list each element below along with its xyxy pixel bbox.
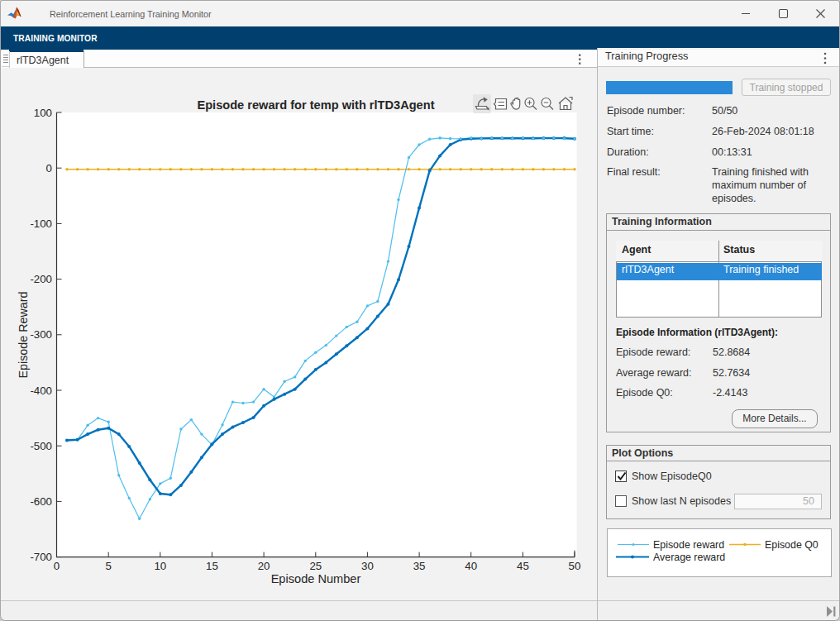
svg-text:35: 35	[413, 560, 426, 572]
svg-text:40: 40	[465, 560, 477, 572]
svg-text:-400: -400	[30, 385, 52, 397]
svg-text:Episode reward for temp with r: Episode reward for temp with rlTD3Agent	[197, 98, 434, 112]
svg-text:Episode Reward: Episode Reward	[17, 292, 30, 379]
svg-text:30: 30	[361, 560, 374, 572]
svg-text:20: 20	[258, 560, 270, 572]
svg-text:Average reward: Average reward	[653, 552, 725, 563]
svg-text:-600: -600	[30, 495, 52, 508]
svg-text:100: 100	[34, 107, 52, 119]
svg-text:Episode reward: Episode reward	[653, 539, 724, 551]
svg-text:25: 25	[309, 560, 322, 572]
svg-text:-500: -500	[30, 440, 52, 452]
svg-text:15: 15	[206, 560, 218, 572]
svg-text:50: 50	[569, 560, 581, 572]
svg-text:0: 0	[46, 162, 52, 174]
svg-text:10: 10	[154, 560, 166, 572]
svg-text:-200: -200	[30, 273, 52, 285]
svg-text:-300: -300	[30, 328, 52, 341]
svg-text:-700: -700	[30, 551, 52, 563]
svg-text:0: 0	[54, 560, 60, 572]
svg-text:5: 5	[105, 560, 111, 572]
svg-text:Episode Number: Episode Number	[271, 572, 361, 585]
svg-text:45: 45	[517, 560, 529, 572]
svg-text:-100: -100	[30, 217, 52, 230]
svg-text:Episode Q0: Episode Q0	[765, 539, 819, 551]
